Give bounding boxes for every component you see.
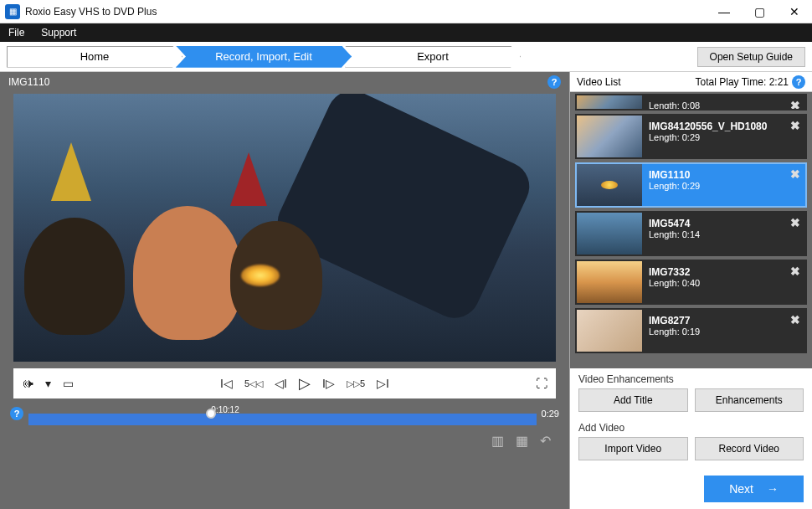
list-item[interactable]: IMG8277Length: 0:19✖ xyxy=(575,308,807,353)
clip-length: Length: 0:08 xyxy=(649,100,799,111)
open-setup-guide-button[interactable]: Open Setup Guide xyxy=(697,47,805,67)
remove-clip-icon[interactable]: ✖ xyxy=(790,313,800,326)
video-list: Length: 0:08✖IMG84120556_V_HD1080Length:… xyxy=(570,92,812,368)
tab-home[interactable]: Home xyxy=(7,46,182,68)
help-icon[interactable]: ? xyxy=(547,75,561,89)
enhancements-label: Video Enhancements xyxy=(570,368,812,387)
timeline[interactable]: 0:10:12 xyxy=(28,402,537,425)
thumbnail xyxy=(577,261,642,303)
add-title-button[interactable]: Add Title xyxy=(578,388,688,412)
clip-length: Length: 0:40 xyxy=(649,278,799,288)
import-video-button[interactable]: Import Video xyxy=(578,437,688,460)
video-list-pane: Video List Total Play Time: 2:21 ? Lengt… xyxy=(569,72,812,509)
list-help-icon[interactable]: ? xyxy=(792,75,805,89)
clip-name: IMG5474 xyxy=(649,218,799,229)
record-video-button[interactable]: Record Video xyxy=(695,437,804,460)
list-item[interactable]: IMG5474Length: 0:14✖ xyxy=(575,211,807,256)
list-item[interactable]: IMG1110Length: 0:29✖ xyxy=(575,162,807,208)
next-button[interactable]: Next → xyxy=(704,476,804,502)
thumbnail xyxy=(577,164,642,206)
app-logo-icon: ▦ xyxy=(5,4,20,19)
tab-export[interactable]: Export xyxy=(345,46,521,68)
aspect-icon[interactable]: ▭ xyxy=(63,377,74,390)
clip-length: Length: 0:29 xyxy=(649,181,799,191)
timeline-help-icon[interactable]: ? xyxy=(10,407,23,420)
add-video-label: Add Video xyxy=(570,417,812,435)
thumbnail xyxy=(577,116,642,157)
skip-end-icon[interactable]: ▷I xyxy=(377,377,389,390)
step-fwd-icon[interactable]: I▷ xyxy=(322,377,335,390)
preview-title: IMG1110 xyxy=(8,76,49,88)
maximize-icon[interactable]: ▢ xyxy=(742,0,777,23)
enhancements-button[interactable]: Enhancements xyxy=(695,388,804,412)
volume-dropdown-icon[interactable]: ▾ xyxy=(45,377,51,390)
forward-fast-icon[interactable]: ▷▷5 xyxy=(347,378,365,389)
title-bar: ▦ Roxio Easy VHS to DVD Plus — ▢ ✕ xyxy=(0,0,812,23)
remove-clip-icon[interactable]: ✖ xyxy=(790,119,800,132)
clip-name: IMG1110 xyxy=(649,169,799,181)
clip-name: IMG7332 xyxy=(649,266,799,278)
tab-record-import-edit[interactable]: Record, Import, Edit xyxy=(176,46,352,68)
timeline-end: 0:29 xyxy=(542,409,559,419)
minimize-icon[interactable]: — xyxy=(707,0,742,23)
close-icon[interactable]: ✕ xyxy=(777,0,812,23)
thumbnail xyxy=(577,213,642,254)
video-list-header: Video List xyxy=(577,76,620,88)
play-icon[interactable]: ▷ xyxy=(299,374,311,393)
menu-file[interactable]: File xyxy=(3,25,29,40)
filmstrip-icon[interactable]: ▥ xyxy=(491,433,504,449)
skip-start-icon[interactable]: I◁ xyxy=(220,377,233,390)
remove-clip-icon[interactable]: ✖ xyxy=(790,216,800,229)
clip-length: Length: 0:19 xyxy=(649,326,799,337)
list-item[interactable]: IMG84120556_V_HD1080Length: 0:29✖ xyxy=(575,114,807,159)
window-title: Roxio Easy VHS to DVD Plus xyxy=(25,6,157,18)
card-icon[interactable]: ▦ xyxy=(516,433,528,449)
fullscreen-icon[interactable]: ⛶ xyxy=(536,377,547,390)
step-back-icon[interactable]: ◁I xyxy=(275,377,287,390)
list-item[interactable]: Length: 0:08✖ xyxy=(575,94,807,111)
remove-clip-icon[interactable]: ✖ xyxy=(790,265,800,278)
clip-name: IMG8277 xyxy=(649,315,799,326)
list-item[interactable]: IMG7332Length: 0:40✖ xyxy=(575,260,807,305)
step-nav: Home Record, Import, Edit Export Open Se… xyxy=(0,42,812,72)
remove-clip-icon[interactable]: ✖ xyxy=(790,167,800,181)
menu-support[interactable]: Support xyxy=(36,25,81,40)
undo-icon[interactable]: ↶ xyxy=(540,433,551,449)
preview-pane: IMG1110 ? 🕪 ▾ ▭ I◁ 5◁◁ ◁I ▷ I▷ ▷▷5 ▷I xyxy=(0,72,569,509)
remove-clip-icon[interactable]: ✖ xyxy=(790,99,800,111)
thumbnail xyxy=(577,310,642,352)
thumbnail xyxy=(577,95,642,109)
rewind-fast-icon[interactable]: 5◁◁ xyxy=(244,378,263,389)
arrow-right-icon: → xyxy=(767,482,779,496)
playback-controls: 🕪 ▾ ▭ I◁ 5◁◁ ◁I ▷ I▷ ▷▷5 ▷I ⛶ xyxy=(13,368,556,398)
clip-length: Length: 0:14 xyxy=(649,229,799,239)
clip-name: IMG84120556_V_HD1080 xyxy=(649,121,799,132)
volume-icon[interactable]: 🕪 xyxy=(22,377,33,390)
video-preview xyxy=(13,94,556,362)
menu-bar: File Support xyxy=(0,23,812,42)
clip-length: Length: 0:29 xyxy=(649,132,799,142)
